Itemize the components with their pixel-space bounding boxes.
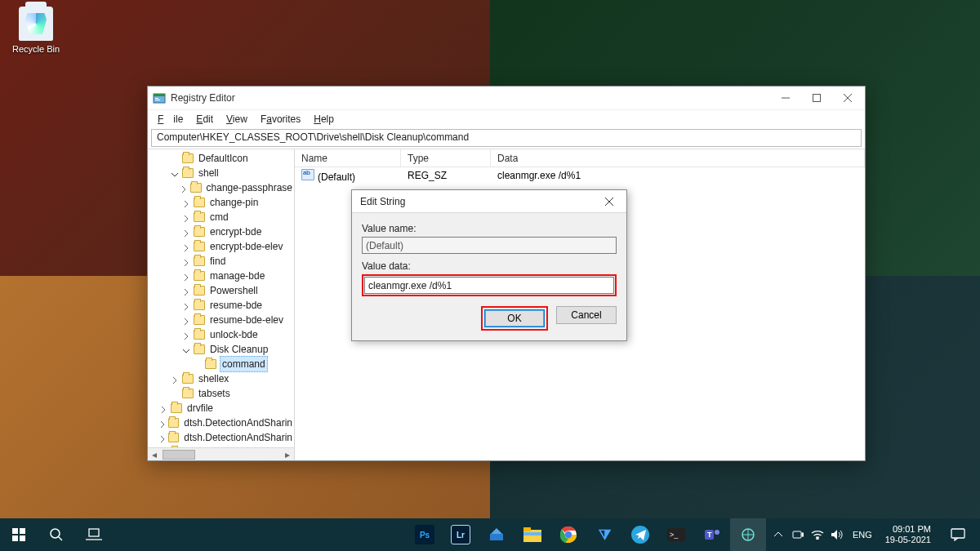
chevron-down-icon[interactable] <box>171 168 180 178</box>
dialog-titlebar[interactable]: Edit String <box>352 190 626 213</box>
tray-volume-icon[interactable] <box>830 527 844 542</box>
value-name-input[interactable] <box>362 237 617 254</box>
tree-item-label: encrypt-bde <box>208 224 263 239</box>
folder-icon <box>194 198 205 207</box>
list-row[interactable]: (Default) REG_SZ cleanmgr.exe /d%1 <box>295 167 865 184</box>
scroll-thumb[interactable] <box>163 450 195 460</box>
maximize-button[interactable] <box>801 87 832 109</box>
menu-favorites[interactable]: Favorites <box>256 112 305 127</box>
tree-item-resume-bde[interactable]: resume-bde <box>148 298 294 313</box>
tray-time: 09:01 PM <box>885 524 931 535</box>
tree-item-shell[interactable]: shell <box>148 166 294 180</box>
tree-item-label: dtsh.DetectionAndSharin <box>182 415 294 430</box>
chevron-right-icon[interactable] <box>180 183 189 193</box>
address-bar[interactable]: Computer\HKEY_CLASSES_ROOT\Drive\shell\D… <box>151 129 862 147</box>
chevron-down-icon[interactable] <box>182 344 192 354</box>
tree-horizontal-scrollbar[interactable]: ◂ ▸ <box>148 447 294 460</box>
app-active[interactable] <box>730 518 766 551</box>
start-button[interactable] <box>0 518 38 551</box>
close-button[interactable] <box>832 87 863 109</box>
chevron-right-icon[interactable] <box>158 418 167 428</box>
chevron-right-icon[interactable] <box>158 433 167 442</box>
tree-item-drvfile[interactable]: drvfile <box>148 401 294 415</box>
chevron-right-icon[interactable] <box>182 242 192 251</box>
app-lightroom[interactable]: Lr <box>443 518 479 551</box>
chevron-right-icon[interactable] <box>182 286 192 295</box>
tray-wifi-icon[interactable] <box>810 527 825 542</box>
menu-edit[interactable]: Edit <box>191 112 218 127</box>
svg-point-38 <box>817 538 818 540</box>
chevron-right-icon[interactable] <box>182 315 192 325</box>
tray-chevron-up-icon[interactable] <box>771 527 786 542</box>
menu-file[interactable]: File <box>153 112 188 127</box>
folder-icon <box>194 256 205 266</box>
minimize-button[interactable] <box>770 87 801 109</box>
tray-power-icon[interactable] <box>791 527 805 542</box>
chevron-right-icon[interactable] <box>182 212 192 222</box>
tree-item-encrypt-bde-elev[interactable]: encrypt-bde-elev <box>148 239 294 254</box>
tree-item-shellex[interactable]: shellex <box>148 371 294 386</box>
column-data[interactable]: Data <box>491 149 865 167</box>
tree-item-dtsh-detectionandsharin[interactable]: dtsh.DetectionAndSharin <box>148 430 294 445</box>
recycle-bin[interactable]: Recycle Bin <box>10 7 62 54</box>
tray-clock[interactable]: 09:01 PM 19-05-2021 <box>880 524 936 545</box>
tree-item-powershell[interactable]: Powershell <box>148 283 294 298</box>
app-chrome[interactable] <box>550 518 586 551</box>
titlebar[interactable]: Registry Editor <box>148 87 865 109</box>
column-type[interactable]: Type <box>401 149 491 167</box>
system-tray: ENG 09:01 PM 19-05-2021 <box>771 518 980 551</box>
menu-help[interactable]: Help <box>309 112 339 127</box>
tray-language[interactable]: ENG <box>849 530 875 540</box>
scroll-left-icon[interactable]: ◂ <box>148 448 161 461</box>
search-button[interactable] <box>38 518 75 551</box>
chevron-right-icon[interactable] <box>182 330 192 340</box>
app-terminal[interactable]: >_ <box>658 518 694 551</box>
tree-item-find[interactable]: find <box>148 254 294 269</box>
tree-item-disk-cleanup[interactable]: Disk Cleanup <box>148 342 294 357</box>
scroll-right-icon[interactable]: ▸ <box>281 448 294 461</box>
column-name[interactable]: Name <box>295 149 401 167</box>
tree-item-cmd[interactable]: cmd <box>148 210 294 224</box>
folder-icon <box>194 271 205 281</box>
dialog-close-button[interactable] <box>595 192 623 211</box>
value-data-input[interactable] <box>364 277 614 294</box>
chevron-right-icon[interactable] <box>159 403 169 413</box>
tree-item-tabsets[interactable]: tabsets <box>148 386 294 401</box>
value-name-label: Value name: <box>362 223 617 234</box>
tree-item-defaulticon[interactable]: DefaultIcon <box>148 151 294 166</box>
chevron-right-icon[interactable] <box>182 256 192 266</box>
tree-nav[interactable]: DefaultIconshellchange-passphrasechange-… <box>148 149 295 460</box>
app-telegram[interactable] <box>622 518 658 551</box>
app-generic-blue[interactable] <box>479 518 514 551</box>
svg-rect-36 <box>793 531 801 538</box>
tree-item-command[interactable]: command <box>148 357 294 371</box>
tree-item-change-pin[interactable]: change-pin <box>148 195 294 210</box>
chevron-right-icon[interactable] <box>182 300 192 310</box>
svg-line-15 <box>59 537 62 540</box>
task-view-button[interactable] <box>75 518 113 551</box>
chevron-right-icon[interactable] <box>182 271 192 281</box>
chevron-right-icon[interactable] <box>182 198 192 207</box>
ok-button[interactable]: OK <box>484 309 545 327</box>
app-vscode[interactable]: ⧩ <box>586 518 622 551</box>
list-header[interactable]: Name Type Data <box>295 149 865 167</box>
menu-view[interactable]: View <box>221 112 252 127</box>
tree-item-unlock-bde[interactable]: unlock-bde <box>148 327 294 342</box>
value-data-label: Value data: <box>362 260 617 272</box>
tree-item-dtsh-detectionandsharin[interactable]: dtsh.DetectionAndSharin <box>148 415 294 430</box>
action-center-button[interactable] <box>941 518 975 551</box>
app-file-explorer[interactable] <box>514 518 550 551</box>
tree-item-change-passphrase[interactable]: change-passphrase <box>148 180 294 195</box>
chevron-right-icon[interactable] <box>182 227 192 237</box>
cancel-button[interactable]: Cancel <box>556 306 617 324</box>
app-photoshop[interactable]: Ps <box>407 518 443 551</box>
tree-item-label: resume-bde-elev <box>208 313 285 327</box>
tree-item-encrypt-bde[interactable]: encrypt-bde <box>148 224 294 239</box>
chevron-right-icon[interactable] <box>171 374 180 384</box>
tree-item-manage-bde[interactable]: manage-bde <box>148 269 294 283</box>
tree-item-label: manage-bde <box>208 269 266 283</box>
tree-item-resume-bde-elev[interactable]: resume-bde-elev <box>148 313 294 327</box>
svg-rect-3 <box>155 100 160 100</box>
folder-icon <box>171 403 182 413</box>
app-teams[interactable]: T <box>694 518 730 551</box>
